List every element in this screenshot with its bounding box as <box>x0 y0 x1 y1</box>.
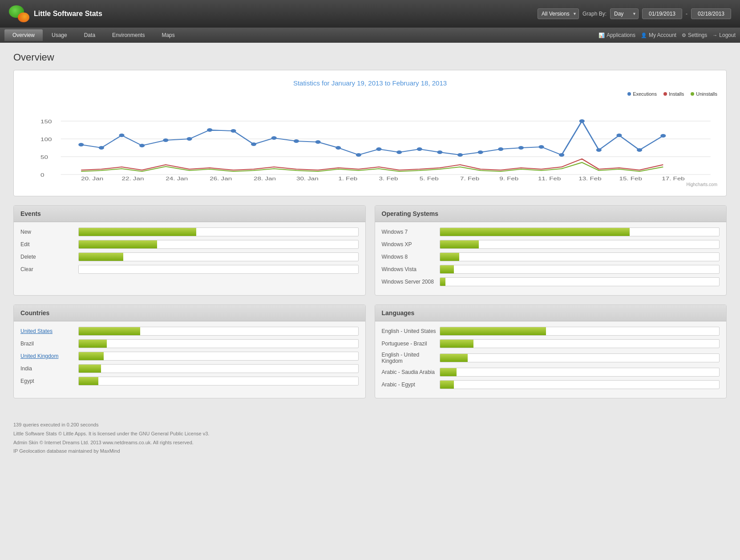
nav-item-overview[interactable]: Overview <box>4 29 43 41</box>
svg-point-29 <box>207 128 212 132</box>
event-row-edit: Edit <box>20 240 359 249</box>
lang-track-en-us <box>440 327 720 336</box>
date-separator: - <box>686 11 687 17</box>
uninstalls-dot <box>691 92 694 96</box>
country-label-uk[interactable]: United Kingdom <box>20 353 78 359</box>
nav-my-account[interactable]: 👤 My Account <box>641 32 676 38</box>
countries-panel-header: Countries <box>14 305 365 321</box>
lang-fill-pt-br <box>440 340 473 348</box>
logout-icon: → <box>712 32 717 38</box>
footer-line3: Admin Skin © Internet Dreams Ltd. 2013 w… <box>13 438 727 447</box>
countries-panel: Countries United States Brazil United Ki… <box>13 304 366 398</box>
svg-point-38 <box>396 150 402 154</box>
event-row-clear: Clear <box>20 265 359 274</box>
header-left: Little Software Stats <box>9 5 102 22</box>
svg-point-25 <box>119 134 124 137</box>
os-row-win7: Windows 7 <box>382 227 720 236</box>
os-label-win8: Windows 8 <box>382 254 440 260</box>
chart-svg: 0 50 100 150 20. Jan 22. Jan 24. Jan 26.… <box>40 101 717 181</box>
languages-panel: Languages English - United States Portug… <box>375 304 727 398</box>
os-row-winserver: Windows Server 2008 <box>382 277 720 286</box>
version-select-wrapper: All Versions <box>538 8 579 19</box>
executions-dot <box>627 92 631 96</box>
event-track-edit <box>78 240 359 249</box>
lang-row-ar-eg: Arabic - Egypt <box>382 380 720 389</box>
svg-point-35 <box>336 146 341 150</box>
os-track-win7 <box>440 227 720 236</box>
footer-line2: Little Software Stats © Little Apps. It … <box>13 430 727 438</box>
app-title: Little Software Stats <box>34 10 102 18</box>
event-track-new <box>78 227 359 236</box>
nav-settings[interactable]: ⚙ Settings <box>682 32 707 38</box>
os-label-winxp: Windows XP <box>382 241 440 248</box>
os-label-winserver: Windows Server 2008 <box>382 279 440 285</box>
nav-item-maps[interactable]: Maps <box>154 29 182 41</box>
nav: Overview Usage Data Environments Maps 📊 … <box>0 28 740 43</box>
svg-point-30 <box>230 129 236 133</box>
installs-label: Installs <box>669 91 684 97</box>
user-icon: 👤 <box>641 32 647 38</box>
lang-track-ar-eg <box>440 380 720 389</box>
legend-uninstalls: Uninstalls <box>691 91 717 97</box>
graph-by-label: Graph By: <box>582 11 607 17</box>
nav-item-usage[interactable]: Usage <box>44 29 75 41</box>
os-row-winvista: Windows Vista <box>382 265 720 274</box>
os-panel-header: Operating Systems <box>375 206 727 222</box>
footer-line4: IP Geolocation database maintained by Ma… <box>13 447 727 456</box>
svg-text:5. Feb: 5. Feb <box>420 176 439 181</box>
chart-legend: Executions Installs Uninstalls <box>23 91 717 97</box>
svg-point-24 <box>99 146 104 150</box>
event-label-edit: Edit <box>20 241 78 248</box>
svg-text:22. Jan: 22. Jan <box>122 176 144 181</box>
os-track-winserver <box>440 277 720 286</box>
nav-applications-label: Applications <box>607 32 635 38</box>
event-fill-new <box>79 228 196 236</box>
nav-logout[interactable]: → Logout <box>712 32 736 38</box>
svg-point-48 <box>596 148 602 152</box>
os-panel: Operating Systems Windows 7 Windows XP W… <box>375 205 727 296</box>
event-row-delete: Delete <box>20 252 359 261</box>
date-from-input[interactable] <box>642 8 682 19</box>
nav-applications[interactable]: 📊 Applications <box>598 32 635 38</box>
svg-point-42 <box>478 150 483 154</box>
svg-text:7. Feb: 7. Feb <box>460 176 479 181</box>
country-row-egypt: Egypt <box>20 377 359 386</box>
events-panel-header: Events <box>14 206 365 222</box>
version-select[interactable]: All Versions <box>538 8 579 19</box>
country-label-us[interactable]: United States <box>20 328 78 334</box>
svg-text:20. Jan: 20. Jan <box>81 176 103 181</box>
svg-point-27 <box>163 138 168 142</box>
country-track-uk <box>78 352 359 361</box>
svg-point-45 <box>538 145 544 149</box>
content: Overview Statistics for January 19, 2013… <box>0 43 740 416</box>
svg-text:3. Feb: 3. Feb <box>379 176 398 181</box>
svg-point-32 <box>271 136 277 140</box>
country-fill-uk <box>79 352 104 360</box>
graph-by-select[interactable]: Day Week Month <box>610 8 639 19</box>
svg-text:0: 0 <box>40 173 44 178</box>
logo-orange-shape <box>18 12 29 22</box>
svg-point-37 <box>376 147 381 151</box>
svg-point-33 <box>294 139 299 143</box>
installs-dot <box>663 92 667 96</box>
nav-item-data[interactable]: Data <box>76 29 103 41</box>
os-label-win7: Windows 7 <box>382 229 440 235</box>
os-panel-body: Windows 7 Windows XP Windows 8 <box>375 222 727 295</box>
events-panel-body: New Edit Delete <box>14 222 365 283</box>
bar-chart-icon: 📊 <box>598 32 605 38</box>
date-to-input[interactable] <box>691 8 731 19</box>
svg-text:17. Feb: 17. Feb <box>662 176 685 181</box>
os-row-win8: Windows 8 <box>382 252 720 261</box>
lang-label-pt-br: Portuguese - Brazil <box>382 341 440 347</box>
nav-logout-label: Logout <box>719 32 736 38</box>
nav-item-environments[interactable]: Environments <box>104 29 153 41</box>
header: Little Software Stats All Versions Graph… <box>0 0 740 28</box>
lang-row-en-uk: English - United Kingdom <box>382 352 720 364</box>
lang-label-en-us: English - United States <box>382 328 440 334</box>
country-row-india: India <box>20 364 359 373</box>
os-fill-winserver <box>440 278 446 286</box>
svg-point-36 <box>356 153 361 157</box>
lang-row-en-us: English - United States <box>382 327 720 336</box>
legend-installs: Installs <box>663 91 684 97</box>
nav-settings-label: Settings <box>688 32 707 38</box>
